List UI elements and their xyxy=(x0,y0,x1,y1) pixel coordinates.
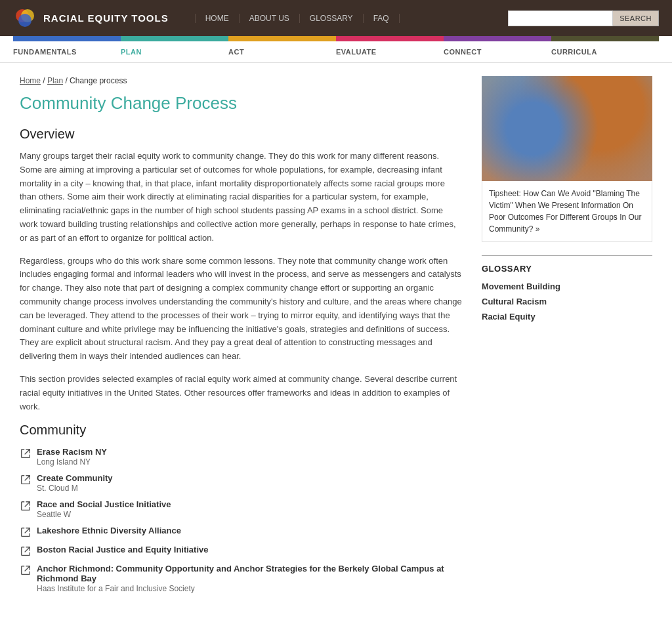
nav-glossary[interactable]: GLOSSARY xyxy=(300,14,364,23)
search-button[interactable]: SEARCH xyxy=(613,10,659,26)
strip-plan xyxy=(121,36,228,41)
community-link-erase[interactable]: Erase Racism NY xyxy=(37,447,107,457)
overview-para-1: Many groups target their racial equity w… xyxy=(20,150,462,245)
community-sub-race: Seattle W xyxy=(37,510,171,519)
breadcrumb: Home / Plan / Change process xyxy=(20,76,462,85)
tab-connect[interactable]: CONNECT xyxy=(444,45,551,58)
tipsheet-image xyxy=(482,76,652,181)
tab-labels: FUNDAMENTALS PLAN ACT EVALUATE CONNECT C… xyxy=(13,41,659,62)
strip-evaluate xyxy=(336,36,444,41)
logo-area: RACIAL EQUITY TOOLS xyxy=(13,7,169,30)
list-item: Boston Racial Justice and Equity Initiat… xyxy=(20,545,462,557)
main-nav: HOME ABOUT US GLOSSARY FAQ xyxy=(195,14,508,23)
external-link-icon xyxy=(20,526,32,538)
search-input[interactable] xyxy=(508,10,613,26)
community-link-create[interactable]: Create Community xyxy=(37,473,113,483)
glossary-item-movement[interactable]: Movement Building xyxy=(482,282,652,291)
list-item: Create Community St. Cloud M xyxy=(20,473,462,493)
svg-point-2 xyxy=(18,14,32,27)
community-item-lakeshore: Lakeshore Ethnic Diversity Alliance xyxy=(37,526,181,535)
community-link-anchor[interactable]: Anchor Richmond: Community Opportunity a… xyxy=(37,564,462,583)
external-link-icon xyxy=(20,545,32,557)
external-link-icon xyxy=(20,500,32,512)
community-link-race[interactable]: Race and Social Justice Initiative xyxy=(37,499,171,509)
glossary-item-cultural[interactable]: Cultural Racism xyxy=(482,297,652,306)
community-sub-create: St. Cloud M xyxy=(37,484,113,493)
sidebar: Tipsheet: How Can We Avoid "Blaming The … xyxy=(482,76,652,600)
site-header: RACIAL EQUITY TOOLS HOME ABOUT US GLOSSA… xyxy=(0,0,672,36)
list-item: Erase Racism NY Long Island NY xyxy=(20,447,462,467)
glossary-title: GLOSSARY xyxy=(482,264,652,274)
glossary-divider xyxy=(482,255,652,256)
tab-bar: FUNDAMENTALS PLAN ACT EVALUATE CONNECT C… xyxy=(0,36,672,63)
page-title: Community Change Process xyxy=(20,93,462,114)
breadcrumb-current: Change process xyxy=(70,76,127,85)
community-sub-erase: Long Island NY xyxy=(37,457,107,467)
color-strips xyxy=(13,36,659,41)
list-item: Lakeshore Ethnic Diversity Alliance xyxy=(20,526,462,538)
list-item: Race and Social Justice Initiative Seatt… xyxy=(20,499,462,519)
list-item: Anchor Richmond: Community Opportunity a… xyxy=(20,564,462,593)
community-item-create: Create Community St. Cloud M xyxy=(37,473,113,493)
nav-home[interactable]: HOME xyxy=(195,14,240,23)
search-area: SEARCH xyxy=(508,10,659,26)
breadcrumb-plan[interactable]: Plan xyxy=(47,76,63,85)
external-link-icon xyxy=(20,474,32,486)
overview-para-3: This section provides selected examples … xyxy=(20,373,462,413)
tipsheet-text[interactable]: Tipsheet: How Can We Avoid "Blaming The … xyxy=(482,181,652,242)
nav-faq[interactable]: FAQ xyxy=(364,14,400,23)
community-link-lakeshore[interactable]: Lakeshore Ethnic Diversity Alliance xyxy=(37,526,181,535)
community-item-erase: Erase Racism NY Long Island NY xyxy=(37,447,107,467)
tab-curricula[interactable]: CURRICULA xyxy=(551,45,659,58)
main-content: Home / Plan / Change process Community C… xyxy=(20,76,462,600)
glossary-item-racial[interactable]: Racial Equity xyxy=(482,312,652,322)
strip-fundamentals xyxy=(13,36,121,41)
community-link-boston[interactable]: Boston Racial Justice and Equity Initiat… xyxy=(37,545,209,554)
nav-about[interactable]: ABOUT US xyxy=(240,14,300,23)
strip-connect xyxy=(444,36,551,41)
overview-para-2: Regardless, groups who do this work shar… xyxy=(20,255,462,364)
logo-icon xyxy=(13,7,37,30)
community-title: Community xyxy=(20,423,462,438)
tab-fundamentals[interactable]: FUNDAMENTALS xyxy=(13,45,121,58)
content-wrapper: Home / Plan / Change process Community C… xyxy=(0,63,672,613)
tab-act[interactable]: ACT xyxy=(228,45,336,58)
strip-act xyxy=(228,36,336,41)
strip-curricula xyxy=(551,36,659,41)
overview-title: Overview xyxy=(20,127,462,142)
tab-evaluate[interactable]: EVALUATE xyxy=(336,45,444,58)
community-item-race: Race and Social Justice Initiative Seatt… xyxy=(37,499,171,519)
community-item-boston: Boston Racial Justice and Equity Initiat… xyxy=(37,545,209,554)
tab-plan[interactable]: PLAN xyxy=(121,45,228,58)
community-sub-anchor: Haas Institute for a Fair and Inclusive … xyxy=(37,584,462,593)
site-title: RACIAL EQUITY TOOLS xyxy=(43,12,169,24)
external-link-icon xyxy=(20,564,32,576)
external-link-icon xyxy=(20,448,32,459)
tipsheet-photo xyxy=(482,76,652,181)
breadcrumb-home[interactable]: Home xyxy=(20,76,41,85)
community-item-anchor: Anchor Richmond: Community Opportunity a… xyxy=(37,564,462,593)
